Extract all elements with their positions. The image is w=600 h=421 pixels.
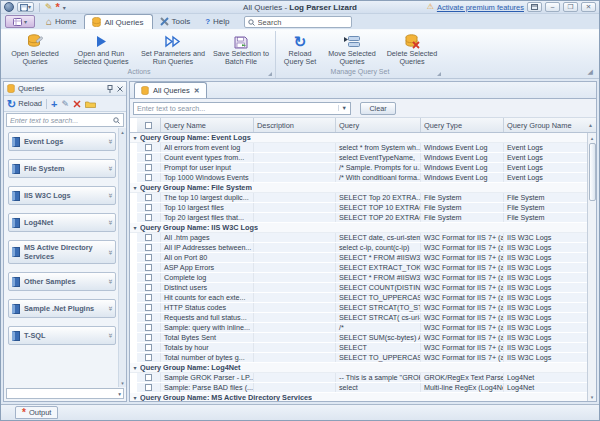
- row-checkbox[interactable]: [137, 333, 161, 342]
- table-row[interactable]: Total Bytes SentSELECT SUM(sc-bytes) A..…: [130, 333, 587, 343]
- reload-button[interactable]: ↻ Reload: [7, 99, 42, 109]
- table-row[interactable]: All on Port 80SELECT * FROM #IISW3...W3C…: [130, 253, 587, 263]
- scrollbar-thumb[interactable]: [589, 143, 596, 201]
- group-row[interactable]: ▾Query Group Name: File System: [130, 183, 587, 193]
- save-selection-to-batch-file-button[interactable]: Save Selection to Batch File: [209, 32, 273, 68]
- row-checkbox[interactable]: [137, 173, 161, 182]
- expand-triangle-icon[interactable]: ▾: [130, 133, 140, 142]
- expand-triangle-icon[interactable]: ▾: [130, 363, 140, 372]
- row-checkbox[interactable]: [137, 193, 161, 202]
- row-checkbox[interactable]: [137, 323, 161, 332]
- group-row[interactable]: ▾Query Group Name: IIS W3C Logs: [130, 223, 587, 233]
- row-checkbox[interactable]: [137, 313, 161, 322]
- ribbon-search-box[interactable]: [244, 16, 352, 28]
- star-icon[interactable]: *: [56, 4, 60, 11]
- row-checkbox[interactable]: [137, 143, 161, 152]
- row-checkbox[interactable]: [137, 273, 161, 282]
- maximize-button[interactable]: ❒: [563, 2, 578, 12]
- row-checkbox[interactable]: [137, 383, 161, 392]
- table-row[interactable]: ASP App ErrorsSELECT EXTRACT_TOKE...W3C …: [130, 263, 587, 273]
- column-header-query-group-name[interactable]: Query Group Name▲: [504, 118, 596, 132]
- sidebar-item-iis-w3c-logs[interactable]: IIS W3C Logs»: [8, 186, 116, 205]
- sidebar-bottom-dropdown[interactable]: ▾: [6, 388, 124, 399]
- grid-vertical-scrollbar[interactable]: ▴ ▾: [587, 133, 596, 401]
- scroll-down-icon[interactable]: ▾: [121, 380, 124, 386]
- activate-premium-link[interactable]: Activate premium features: [437, 3, 524, 12]
- collapse-chevron-icon[interactable]: »: [105, 166, 114, 170]
- table-row[interactable]: Sample: query with inline.../*W3C Format…: [130, 323, 587, 333]
- table-row[interactable]: Prompt for user input/* Sample. Prompts …: [130, 163, 587, 173]
- row-checkbox[interactable]: [137, 353, 161, 362]
- collapse-chevron-icon[interactable]: »: [105, 333, 114, 337]
- expand-triangle-icon[interactable]: ▾: [130, 393, 140, 401]
- group-row[interactable]: ▾Query Group Name: Event Logs: [130, 133, 587, 143]
- sidebar-item-other-samples[interactable]: Other Samples»: [8, 272, 116, 291]
- table-row[interactable]: All IP Addresses between...select c-ip, …: [130, 243, 587, 253]
- row-checkbox[interactable]: [137, 243, 161, 252]
- sidebar-item-event-logs[interactable]: Event Logs»: [8, 132, 116, 151]
- column-header-query[interactable]: Query: [336, 118, 421, 132]
- edit-icon[interactable]: ✎: [45, 3, 53, 12]
- ribbon-collapse-icon[interactable]: ◢: [588, 68, 597, 78]
- sidebar-item-sample-net-plugins[interactable]: Sample .Net Plugins»: [8, 299, 116, 318]
- table-row[interactable]: Sample GROK Parser - LP...-- This is a s…: [130, 373, 587, 383]
- collapse-chevron-icon[interactable]: »: [105, 220, 114, 224]
- select-all-checkbox[interactable]: [137, 118, 161, 132]
- set-parameters-and-run-queries-button[interactable]: Set Parameters and Run Queries: [137, 32, 209, 68]
- sidebar-search-input[interactable]: [10, 116, 113, 125]
- tab-tools[interactable]: Tools: [153, 14, 199, 29]
- sidebar-search-box[interactable]: [6, 113, 124, 127]
- collapse-chevron-icon[interactable]: »: [105, 279, 114, 283]
- row-checkbox[interactable]: [137, 213, 161, 222]
- expand-triangle-icon[interactable]: ▾: [130, 183, 140, 192]
- row-checkbox[interactable]: [137, 153, 161, 162]
- combo-dropdown-icon[interactable]: ▼: [338, 105, 347, 111]
- scroll-up-icon[interactable]: ▴: [121, 129, 124, 135]
- scroll-up-icon[interactable]: ▴: [591, 133, 594, 142]
- sidebar-scrollbar[interactable]: ▴ ▾: [118, 128, 126, 387]
- tab-help[interactable]: ? Help: [198, 14, 237, 29]
- table-row[interactable]: Count event types from...select EventTyp…: [130, 153, 587, 163]
- table-row[interactable]: The top 10 largest duplic...SELECT Top 2…: [130, 193, 587, 203]
- open-and-run-selected-queries-button[interactable]: Open and Run Selected Queries: [65, 32, 137, 68]
- row-checkbox[interactable]: [137, 203, 161, 212]
- sidebar-item-log4net[interactable]: Log4Net»: [8, 213, 116, 232]
- qat-customize-arrow-icon[interactable]: ▾: [63, 4, 66, 11]
- application-menu-button[interactable]: ▾: [5, 15, 35, 28]
- group-row[interactable]: ▾Query Group Name: MS Active Directory S…: [130, 393, 587, 401]
- tab-all-queries[interactable]: All Queries: [84, 14, 152, 29]
- pin-icon[interactable]: [107, 85, 113, 93]
- column-header-query-type[interactable]: Query Type: [421, 118, 504, 132]
- move-selected-queries-button[interactable]: Move Selected Queries: [322, 32, 382, 68]
- close-tab-icon[interactable]: ✕: [194, 87, 200, 95]
- delete-icon[interactable]: [73, 100, 81, 108]
- open-folder-icon[interactable]: [85, 100, 96, 108]
- column-header-query-name[interactable]: Query Name: [161, 118, 254, 132]
- table-row[interactable]: Requests and full status...SELECT STRCAT…: [130, 313, 587, 323]
- tab-home[interactable]: ⌂ Home: [39, 14, 84, 29]
- row-checkbox[interactable]: [137, 343, 161, 352]
- row-checkbox[interactable]: [137, 373, 161, 382]
- expand-triangle-icon[interactable]: ▾: [130, 223, 140, 232]
- collapse-chevron-icon[interactable]: »: [105, 139, 114, 143]
- tab-all-queries-document[interactable]: All Queries ✕: [134, 82, 207, 98]
- table-row[interactable]: HTTP Status codesSELECT STRCAT(TO_ST...W…: [130, 303, 587, 313]
- table-row[interactable]: Distinct usersSELECT COUNT(DISTINC...W3C…: [130, 283, 587, 293]
- row-checkbox[interactable]: [137, 283, 161, 292]
- app-icon[interactable]: [4, 2, 14, 12]
- table-row[interactable]: All errors from event logselect * from S…: [130, 143, 587, 153]
- scroll-down-icon[interactable]: ▾: [591, 392, 594, 401]
- collapse-chevron-icon[interactable]: »: [105, 250, 114, 254]
- group-row[interactable]: ▾Query Group Name: Log4Net: [130, 363, 587, 373]
- row-checkbox[interactable]: [137, 233, 161, 242]
- window-style-button[interactable]: [527, 2, 542, 12]
- output-tab[interactable]: * Output: [15, 406, 58, 419]
- filter-input[interactable]: [137, 104, 338, 113]
- table-row[interactable]: Top 1000 Windows Events/* With conditioa…: [130, 173, 587, 183]
- row-checkbox[interactable]: [137, 303, 161, 312]
- table-row[interactable]: Top 20 largest files that...SELECT TOP 2…: [130, 213, 587, 223]
- minimize-button[interactable]: –: [545, 2, 560, 12]
- table-row[interactable]: Complete logSELECT * FROM #IISW3...W3C F…: [130, 273, 587, 283]
- close-button[interactable]: ✕: [581, 2, 596, 12]
- row-checkbox[interactable]: [137, 163, 161, 172]
